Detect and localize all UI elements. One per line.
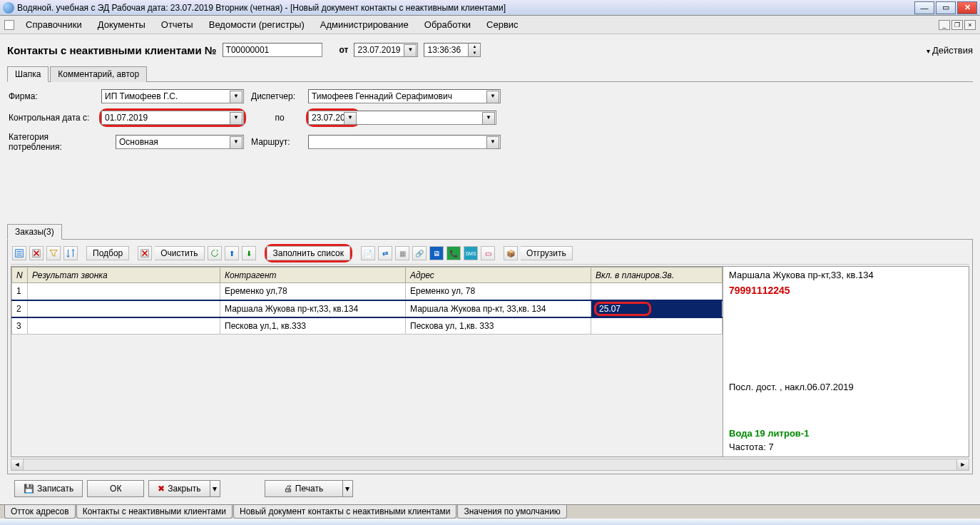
ctrldate-to-ext[interactable] [357, 111, 496, 125]
details-panel: Маршала Жукова пр-кт,33, кв.134 79991112… [723, 267, 969, 457]
up-arrow-icon[interactable]: ⬆ [225, 246, 239, 260]
taskbar [0, 519, 980, 525]
ok-button[interactable]: ОК [87, 480, 144, 497]
refresh-icon[interactable] [208, 246, 222, 260]
details-phone: 79991112245 [729, 285, 963, 296]
col-counterparty[interactable]: Контрагент [220, 267, 406, 283]
minimize-button[interactable]: — [914, 1, 934, 14]
document-title: Контакты с неактивными клиентами № [7, 44, 217, 56]
header-tabs: Шапка Комментарий, автор [7, 66, 973, 82]
window-title: Водяной. учебная с ЭД Рабочая дата: 23.0… [17, 3, 914, 13]
document-header: Контакты с неактивными клиентами № от Де… [7, 39, 973, 64]
app-menu-icon[interactable] [4, 20, 14, 30]
menu-documents[interactable]: Документы [91, 17, 153, 32]
app-icon [3, 2, 14, 14]
filter-icon[interactable] [46, 246, 61, 260]
print-dropdown[interactable]: ▾ [343, 480, 353, 497]
horizontal-scrollbar[interactable]: ◄► [11, 459, 969, 471]
details-frequency: Частота: 7 [729, 442, 963, 452]
dispatcher-label: Диспетчер: [251, 91, 308, 101]
phone-icon[interactable]: 📞 [446, 246, 461, 260]
doctab-contacts[interactable]: Контакты с неактивными клиентами [76, 505, 233, 519]
tab-comment[interactable]: Комментарий, автор [50, 66, 147, 82]
bottom-buttons: 💾Записать ОК ✖Закрыть ▾ 🖨Печать ▾ [7, 474, 973, 500]
document-number-input[interactable] [223, 43, 322, 57]
save-icon: 💾 [24, 484, 34, 494]
tab-header[interactable]: Шапка [7, 66, 49, 82]
route-input[interactable] [308, 135, 501, 149]
monitor-icon[interactable]: 🖥 [429, 246, 444, 260]
down-arrow-icon[interactable]: ⬇ [242, 246, 256, 260]
route-label: Маршрут: [251, 137, 308, 147]
card-icon[interactable]: ▭ [481, 246, 495, 260]
mdi-minimize-button[interactable]: _ [939, 20, 950, 30]
sms-icon[interactable]: SMS [464, 246, 478, 260]
clear-button[interactable]: Очистить [155, 246, 204, 260]
swap-icon[interactable]: ⇄ [378, 246, 392, 260]
clear-icon[interactable] [138, 246, 152, 260]
ctrldate-from-input[interactable] [101, 111, 244, 125]
col-address[interactable]: Адрес [406, 267, 591, 283]
mdi-close-button[interactable]: × [964, 20, 976, 30]
from-label: от [340, 45, 349, 55]
orders-table[interactable]: N Результат звонка Контрагент Адрес Вкл.… [11, 267, 723, 335]
ctrldate-to-input[interactable] [308, 111, 358, 125]
col-plan[interactable]: Вкл. в планиров.Зв. [591, 267, 723, 283]
mdi-restore-button[interactable]: ❐ [951, 20, 963, 30]
main-menu: Справочники Документы Отчеты Ведомости (… [0, 16, 980, 34]
col-n[interactable]: N [12, 267, 28, 283]
close-button[interactable]: ✕ [957, 1, 977, 14]
firm-label: Фирма: [9, 91, 101, 101]
doctab-newdoc[interactable]: Новый документ контакты с неактивными кл… [233, 505, 456, 519]
details-debt: Долг:1 200,00 руб.,долг 8 бут. [729, 455, 963, 457]
col-result[interactable]: Результат звонка [28, 267, 220, 283]
details-product: Вода 19 литров-1 [729, 428, 963, 439]
delete-row-icon[interactable] [29, 246, 44, 260]
menu-admin[interactable]: Администрирование [313, 17, 416, 32]
category-label: Категория потребления: [9, 132, 101, 152]
document-time-input[interactable] [424, 43, 481, 57]
fill-list-button[interactable]: Заполнить список [267, 246, 351, 260]
to-label: по [251, 113, 308, 123]
close-button[interactable]: ✖Закрыть [148, 480, 210, 497]
print-icon: 🖨 [284, 484, 292, 494]
close-icon: ✖ [158, 484, 165, 494]
menu-processing[interactable]: Обработки [417, 17, 478, 32]
menu-service[interactable]: Сервис [479, 17, 526, 32]
firm-input[interactable] [101, 89, 244, 103]
menu-reports[interactable]: Отчеты [154, 17, 200, 32]
ship-icon[interactable]: 📦 [504, 246, 518, 260]
plan-date-cell[interactable]: 25.07 [594, 302, 651, 316]
tab-orders[interactable]: Заказы(3) [7, 224, 62, 240]
table-row[interactable]: 3 Пескова ул,1, кв.333 Пескова ул, 1,кв.… [12, 317, 723, 335]
document-date-input[interactable] [354, 43, 418, 57]
link-icon[interactable]: 🔗 [412, 246, 427, 260]
table-row[interactable]: 1 Еременко ул,78 Еременко ул, 78 [12, 283, 723, 300]
document-tabs: Отток адресов Контакты с неактивными кли… [0, 504, 980, 519]
ship-button[interactable]: Отгрузить [521, 246, 573, 260]
doctab-outflow[interactable]: Отток адресов [4, 505, 76, 519]
sort-icon[interactable] [63, 246, 78, 260]
write-button[interactable]: 💾Записать [14, 480, 83, 497]
maximize-button[interactable]: ▭ [936, 1, 956, 14]
details-last-delivery: Посл. дост. , накл.06.07.2019 [729, 382, 963, 392]
window-titlebar: Водяной. учебная с ЭД Рабочая дата: 23.0… [0, 0, 980, 16]
menu-registers[interactable]: Ведомости (регистры) [202, 17, 312, 32]
list-icon[interactable] [12, 246, 26, 260]
category-input[interactable] [116, 135, 244, 149]
close-dropdown[interactable]: ▾ [210, 480, 220, 497]
ctrldate-label: Контрольная дата с: [9, 113, 101, 123]
form-section: Фирма: Диспетчер: Контрольная дата с: по… [7, 82, 973, 159]
actions-dropdown[interactable]: Действия [927, 45, 973, 56]
doctab-defaults[interactable]: Значения по умолчанию [457, 505, 566, 519]
select-button[interactable]: Подбор [86, 246, 129, 260]
doc-icon[interactable]: 📄 [361, 246, 375, 260]
menu-spravochniki[interactable]: Справочники [19, 17, 89, 32]
details-address: Маршала Жукова пр-кт,33, кв.134 [729, 270, 963, 280]
orders-toolbar: Подбор Очистить ⬆ ⬇ Заполнить список 📄 ⇄… [11, 243, 969, 265]
dispatcher-input[interactable] [308, 89, 501, 103]
grid-icon[interactable]: ▦ [395, 246, 409, 260]
print-button[interactable]: 🖨Печать [265, 480, 343, 497]
table-row[interactable]: 2 Маршала Жукова пр-кт,33, кв.134 Маршал… [12, 300, 723, 317]
